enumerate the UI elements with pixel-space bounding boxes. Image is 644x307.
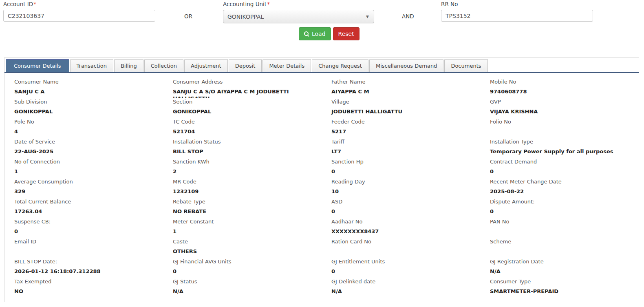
- load-button-label: Load: [312, 31, 326, 37]
- field-label: Sanction KWh: [173, 158, 322, 165]
- field-label: ASD: [331, 198, 480, 205]
- field-label: Suspense CB:: [14, 218, 163, 225]
- field-value: OTHERS: [173, 248, 322, 255]
- field-cell: Suspense CB:0: [4, 218, 163, 238]
- tab-billing[interactable]: Billing: [114, 59, 143, 72]
- field-label: GVP: [490, 98, 639, 105]
- field-value: NO: [14, 288, 163, 295]
- field-value: N/A: [331, 288, 480, 295]
- field-value: VIJAYA KRISHNA: [490, 108, 639, 115]
- field-value: GONIKOPPAL: [173, 108, 322, 115]
- tab-meter-details[interactable]: Meter Details: [262, 59, 311, 72]
- field-cell: Pole No4: [4, 118, 163, 138]
- field-cell: Rebate TypeNO REBATE: [163, 198, 322, 218]
- tab-consumer-details[interactable]: Consumer Details: [6, 59, 69, 72]
- consumer-panel: Consumer DetailsTransactionBillingCollec…: [4, 57, 639, 302]
- field-label: Feeder Code: [331, 118, 480, 125]
- field-cell: Installation TypeTemporary Power Supply …: [480, 138, 639, 158]
- field-label: Total Current Balance: [14, 198, 163, 205]
- field-cell: Father NameAIYAPPA C M: [322, 78, 480, 98]
- field-cell: Sanction KWh2: [163, 158, 322, 178]
- field-label: Mobile No: [490, 78, 639, 85]
- reset-button[interactable]: Reset: [333, 27, 359, 40]
- field-label: TC Code: [173, 118, 322, 125]
- field-label: Recent Meter Change Date: [490, 178, 639, 185]
- field-cell: MR Code1232109: [163, 178, 322, 198]
- field-label: GJ Financial AVG Units: [173, 258, 322, 265]
- field-cell: Folio No: [480, 118, 639, 138]
- field-value: LT7: [331, 148, 480, 155]
- field-label: Date of Service: [14, 138, 163, 145]
- rr-no-input[interactable]: [441, 10, 593, 22]
- field-cell: ASD0: [322, 198, 480, 218]
- field-value: XXXXXXXX8437: [331, 228, 480, 235]
- field-label: Contract Demand: [490, 158, 639, 165]
- and-text: AND: [402, 13, 414, 20]
- field-cell: Ration Card No: [322, 238, 480, 258]
- field-cell: TC Code521704: [163, 118, 322, 138]
- field-value: 9740608778: [490, 88, 639, 95]
- field-cell: Meter Constant1: [163, 218, 322, 238]
- account-id-input[interactable]: [3, 10, 155, 22]
- tab-documents[interactable]: Documents: [444, 59, 487, 72]
- field-cell: GJ Delinked dateN/A: [322, 278, 480, 298]
- field-label: Email ID: [14, 238, 163, 245]
- field-label: Reading Day: [331, 178, 480, 185]
- field-label: Pole No: [14, 118, 163, 125]
- tab-change-request[interactable]: Change Request: [312, 59, 368, 72]
- tab-collection[interactable]: Collection: [144, 59, 183, 72]
- accounting-unit-label: Accounting Unit*: [223, 1, 270, 7]
- field-value: SANJU C A: [14, 88, 163, 95]
- field-value: 5217: [331, 128, 480, 135]
- tab-miscellaneous-demand[interactable]: Miscellaneous Demand: [369, 59, 443, 72]
- required-asterisk: *: [33, 1, 36, 7]
- field-cell: Aadhaar NoXXXXXXXX8437: [322, 218, 480, 238]
- field-label: MR Code: [173, 178, 322, 185]
- field-cell: Reading Day10: [322, 178, 480, 198]
- account-id-label: Account ID*: [3, 1, 36, 7]
- accounting-unit-dropdown[interactable]: GONIKOPPAL ▼: [223, 10, 374, 23]
- consumer-details-grid: Consumer NameSANJU C AConsumer AddressSA…: [4, 73, 639, 300]
- field-label: GJ Registration Date: [490, 258, 639, 265]
- or-text: OR: [184, 13, 192, 20]
- accounting-unit-selected-value: GONIKOPPAL: [227, 13, 264, 20]
- field-label: Installation Status: [173, 138, 322, 145]
- field-cell: Sub DivisionGONIKOPPAL: [4, 98, 163, 118]
- field-cell: Dispute Amount:0: [480, 198, 639, 218]
- field-cell: Contract Demand0: [480, 158, 639, 178]
- field-label: No of Connection: [14, 158, 163, 165]
- field-cell: Tax ExemptedNO: [4, 278, 163, 298]
- field-cell: Date of Service22-AUG-2025: [4, 138, 163, 158]
- field-cell: Email ID: [4, 238, 163, 258]
- field-label: Meter Constant: [173, 218, 322, 225]
- field-cell: GJ Entitlement Units0: [322, 258, 480, 278]
- search-icon: [304, 31, 309, 37]
- field-value: 329: [14, 188, 163, 195]
- field-value: 0: [173, 268, 322, 275]
- field-cell: Total Current Balance17263.04: [4, 198, 163, 218]
- field-label: GJ Entitlement Units: [331, 258, 480, 265]
- tab-adjustment[interactable]: Adjustment: [184, 59, 228, 72]
- field-label: Caste: [173, 238, 322, 245]
- field-value: [490, 248, 639, 255]
- search-form: Account ID* OR Accounting Unit* GONIKOPP…: [0, 0, 644, 57]
- tab-deposit[interactable]: Deposit: [229, 59, 262, 72]
- field-cell: Consumer TypeSMARTMETER-PREPAID: [480, 278, 639, 298]
- field-label: Tariff: [331, 138, 480, 145]
- field-value: 0: [490, 208, 639, 215]
- field-value: 1232109: [173, 188, 322, 195]
- field-value: N/A: [173, 288, 322, 295]
- field-label: GJ Status: [173, 278, 322, 285]
- tab-transaction[interactable]: Transaction: [70, 59, 113, 72]
- field-value: 4: [14, 128, 163, 135]
- field-value: 0: [331, 208, 480, 215]
- account-id-label-text: Account ID: [3, 1, 33, 7]
- field-cell: VillageJODUBETTI HALLIGATTU: [322, 98, 480, 118]
- field-cell: BILL STOP Date:2026-01-12 16:18:07.31228…: [4, 258, 163, 278]
- field-value: [14, 248, 163, 255]
- field-label: Village: [331, 98, 480, 105]
- load-button[interactable]: Load: [299, 27, 331, 40]
- field-label: Dispute Amount:: [490, 198, 639, 205]
- field-cell: Consumer NameSANJU C A: [4, 78, 163, 98]
- field-value: 0: [490, 168, 639, 175]
